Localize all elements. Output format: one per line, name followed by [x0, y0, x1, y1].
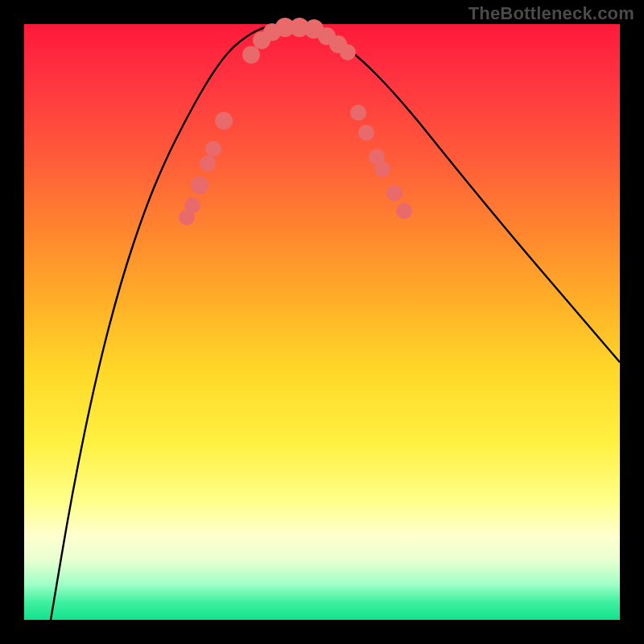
chart-svg [24, 24, 620, 620]
data-marker [386, 185, 402, 201]
data-marker [396, 203, 412, 219]
watermark-text: TheBottleneck.com [469, 3, 634, 24]
chart-frame: TheBottleneck.com [0, 0, 644, 644]
data-marker [215, 112, 233, 130]
data-marker [184, 197, 200, 213]
data-marker [191, 176, 208, 194]
data-marker [205, 141, 221, 157]
data-marker [350, 105, 366, 121]
bottleneck-curve [51, 25, 620, 621]
data-marker [358, 125, 374, 141]
plot-area [24, 24, 620, 620]
data-marker [340, 44, 356, 60]
data-marker [200, 155, 216, 171]
data-marker [374, 161, 390, 177]
data-marker [242, 46, 260, 64]
marker-group [179, 18, 412, 225]
